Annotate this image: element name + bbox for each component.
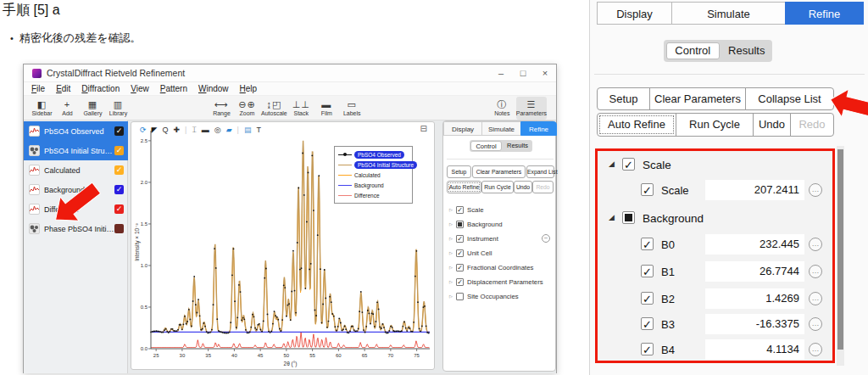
param-checkbox[interactable]: ✓ <box>456 278 464 286</box>
visibility-checkbox[interactable]: ✓ <box>114 165 124 175</box>
segment-control[interactable]: Control <box>470 141 502 151</box>
disclosure-triangle-icon[interactable]: ▷ <box>449 265 456 270</box>
group-expander-icon[interactable]: ◢ <box>609 213 615 221</box>
big-collapse-list-button[interactable]: Collapse List <box>745 87 834 110</box>
film-button[interactable]: ▬Film <box>315 97 338 120</box>
disclosure-triangle-icon[interactable]: ▷ <box>449 207 456 212</box>
stack-button[interactable]: ⊥⊥Stack <box>290 97 313 120</box>
auto-refine-button[interactable]: Auto Refine <box>447 181 481 193</box>
item-checkbox[interactable]: ✓ <box>641 292 654 305</box>
more-options-button[interactable]: … <box>809 183 822 197</box>
lasso-icon[interactable]: ◎ <box>214 124 221 136</box>
menu-view[interactable]: View <box>131 84 149 93</box>
big-segment-control[interactable]: Control <box>666 42 720 59</box>
param-checkbox[interactable]: ✓ <box>456 264 464 271</box>
visibility-checkbox[interactable]: ✓ <box>114 185 124 194</box>
more-options-button[interactable]: … <box>809 317 822 331</box>
group-checkbox[interactable]: ✓ <box>622 158 635 171</box>
labels-button[interactable]: ▭Labels <box>341 97 364 120</box>
visibility-checkbox[interactable]: ✓ <box>114 146 124 155</box>
magnify-icon[interactable]: Q <box>162 124 168 136</box>
item-checkbox[interactable]: ✓ <box>641 238 654 250</box>
note-icon[interactable]: ▤ <box>244 124 252 136</box>
value-field[interactable]: 232.445 <box>705 234 804 255</box>
big-tab-refine[interactable]: Refine <box>785 2 864 25</box>
big-segment-results[interactable]: Results <box>721 40 773 62</box>
menu-help[interactable]: Help <box>240 84 258 93</box>
parameters-button[interactable]: ☰Parameters <box>516 97 547 120</box>
param-checkbox[interactable]: ✓ <box>456 206 464 214</box>
segment-results[interactable]: Results <box>503 140 532 152</box>
big-run-cycle-button[interactable]: Run Cycle <box>676 113 754 137</box>
param-checkbox[interactable] <box>456 293 464 300</box>
maximize-button[interactable]: □ <box>512 64 534 82</box>
big-auto-refine-button[interactable]: Auto Refine <box>597 113 676 137</box>
menu-edit[interactable]: Edit <box>56 84 70 93</box>
big-undo-button[interactable]: Undo <box>753 113 791 137</box>
tab-refine[interactable]: Refine <box>520 121 557 136</box>
param-checkbox[interactable] <box>456 221 464 228</box>
tab-display[interactable]: Display <box>443 121 482 136</box>
big-setup-button[interactable]: Setup <box>597 87 650 110</box>
pan-icon[interactable]: ✚ <box>173 124 180 136</box>
text-tool-icon[interactable]: T <box>256 124 261 136</box>
visibility-checkbox[interactable]: ✓ <box>114 126 124 136</box>
disclosure-triangle-icon[interactable]: ▷ <box>449 250 456 255</box>
notes-button[interactable]: ⓘNotes <box>491 97 514 120</box>
menu-diffraction[interactable]: Diffraction <box>81 84 120 93</box>
param-checkbox[interactable]: ✓ <box>456 249 464 257</box>
ruler-icon[interactable]: ▬ <box>202 124 209 136</box>
visibility-checkbox[interactable]: ✓ <box>114 204 124 214</box>
comment-icon[interactable]: ▰ <box>226 124 232 136</box>
collapse-circle-icon[interactable]: − <box>542 234 550 243</box>
gallery-button[interactable]: ▦Gallery <box>81 97 104 120</box>
param-checkbox[interactable]: ✓ <box>456 235 464 243</box>
big-clear-parameters-button[interactable]: Clear Parameters <box>649 87 746 110</box>
item-checkbox[interactable]: ✓ <box>641 317 654 330</box>
run-cycle-button[interactable]: Run Cycle <box>481 181 514 193</box>
disclosure-triangle-icon[interactable]: ▷ <box>449 294 456 299</box>
scrollbar-thumb[interactable] <box>837 149 843 350</box>
add-button[interactable]: +Add <box>56 97 79 120</box>
big-tab-simulate[interactable]: Simulate <box>671 2 786 25</box>
disclosure-triangle-icon[interactable]: ▷ <box>449 279 456 284</box>
orbit-icon[interactable]: ⟳ <box>140 124 147 136</box>
setup-button[interactable]: Setup <box>447 165 471 178</box>
menu-pattern[interactable]: Pattern <box>160 84 187 93</box>
library-button[interactable]: ▥Library <box>107 97 130 120</box>
minimize-button[interactable]: – <box>490 64 512 82</box>
disclosure-triangle-icon[interactable]: ▷ <box>449 221 456 227</box>
expand-list-button[interactable]: Expand List <box>526 165 554 178</box>
menu-window[interactable]: Window <box>198 84 229 93</box>
tab-simulate[interactable]: Simulate <box>481 121 521 136</box>
monitor-icon[interactable]: ⊟ <box>420 124 427 133</box>
item-checkbox[interactable]: ✓ <box>641 265 654 277</box>
cursor-icon[interactable]: ◤ <box>152 124 158 136</box>
value-field[interactable]: 26.7744 <box>705 261 804 282</box>
big-tab-display[interactable]: Display <box>597 2 672 25</box>
slider-icon[interactable]: ⌶ <box>192 124 196 136</box>
group-checkbox[interactable] <box>622 211 635 224</box>
scrollbar-track[interactable] <box>837 146 844 366</box>
value-field[interactable]: -16.3375 <box>705 314 804 334</box>
sidebar-item[interactable]: Calculated✓ <box>24 160 128 180</box>
clear-parameters-button[interactable]: Clear Parameters <box>472 165 526 178</box>
item-checkbox[interactable]: ✓ <box>641 343 654 355</box>
undo-button[interactable]: Undo <box>514 181 532 193</box>
disclosure-triangle-icon[interactable]: ▷ <box>449 236 456 241</box>
title-bar[interactable]: CrystalDiffract Rietveld Refinement – □ … <box>24 64 556 82</box>
value-field[interactable]: 207.2411 <box>705 180 804 200</box>
value-field[interactable]: 1.4269 <box>705 288 804 309</box>
sidebar-button[interactable]: ◧Sidebar <box>31 97 53 120</box>
range-button[interactable]: ⟷Range <box>210 97 233 120</box>
autoscale-button[interactable]: ↨◰Autoscale <box>261 97 287 120</box>
more-options-button[interactable]: … <box>809 238 822 251</box>
value-field[interactable]: 4.1134 <box>705 339 804 360</box>
visibility-checkbox[interactable] <box>114 224 124 233</box>
menu-file[interactable]: File <box>31 84 45 93</box>
zoom-button[interactable]: ⊖⊕Zoom <box>236 97 259 120</box>
more-options-button[interactable]: … <box>809 292 822 305</box>
sidebar-item[interactable]: PbSO4 Initial Structure✓ <box>24 141 128 160</box>
sidebar-item[interactable]: PbSO4 Observed✓ <box>24 121 128 141</box>
group-expander-icon[interactable]: ◢ <box>609 160 615 168</box>
